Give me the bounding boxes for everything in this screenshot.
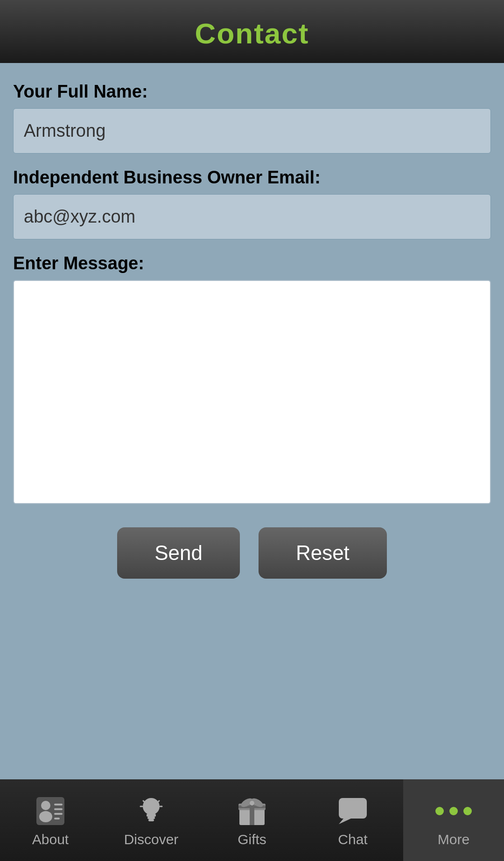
nav-chat-label: Chat [338, 832, 367, 847]
main-content: Your Full Name: Independent Business Own… [0, 63, 504, 779]
more-dots [435, 807, 472, 815]
nav-gifts-label: Gifts [238, 832, 266, 847]
svg-rect-9 [147, 817, 155, 819]
svg-rect-8 [147, 814, 156, 817]
svg-point-2 [39, 811, 52, 822]
svg-point-22 [250, 801, 254, 805]
svg-line-13 [143, 801, 145, 802]
svg-rect-10 [148, 819, 154, 821]
form-buttons: Send Reset [13, 527, 491, 579]
more-dot-3 [463, 807, 472, 815]
message-label: Enter Message: [13, 253, 491, 273]
page-title: Contact [195, 17, 309, 49]
svg-rect-0 [36, 797, 64, 825]
email-input[interactable] [13, 194, 491, 239]
bottom-nav: About Discover [0, 779, 504, 861]
full-name-input[interactable] [13, 108, 491, 154]
gifts-icon [236, 795, 268, 827]
nav-item-discover[interactable]: Discover [101, 779, 202, 861]
more-dot-2 [449, 807, 458, 815]
discover-icon [135, 795, 167, 827]
svg-line-15 [158, 801, 159, 802]
svg-rect-5 [54, 813, 63, 815]
nav-discover-label: Discover [124, 832, 179, 847]
svg-marker-24 [339, 819, 351, 824]
nav-more-label: More [438, 832, 469, 847]
svg-rect-4 [54, 808, 63, 810]
nav-about-label: About [32, 832, 69, 847]
reset-button[interactable]: Reset [259, 527, 387, 579]
nav-item-chat[interactable]: Chat [302, 779, 403, 861]
about-icon [35, 795, 66, 827]
chat-icon [337, 795, 369, 827]
svg-point-1 [41, 801, 50, 810]
nav-item-more[interactable]: More [403, 779, 504, 861]
nav-item-about[interactable]: About [0, 779, 101, 861]
send-button[interactable]: Send [117, 527, 240, 579]
svg-rect-23 [339, 798, 367, 819]
nav-item-gifts[interactable]: Gifts [202, 779, 302, 861]
full-name-label: Your Full Name: [13, 82, 491, 102]
app-header: Contact [0, 0, 504, 63]
message-textarea[interactable] [13, 280, 491, 504]
more-dot-1 [435, 807, 444, 815]
more-icon [438, 795, 469, 827]
email-label: Independent Business Owner Email: [13, 168, 491, 188]
svg-rect-6 [54, 818, 60, 819]
svg-rect-3 [54, 804, 63, 805]
